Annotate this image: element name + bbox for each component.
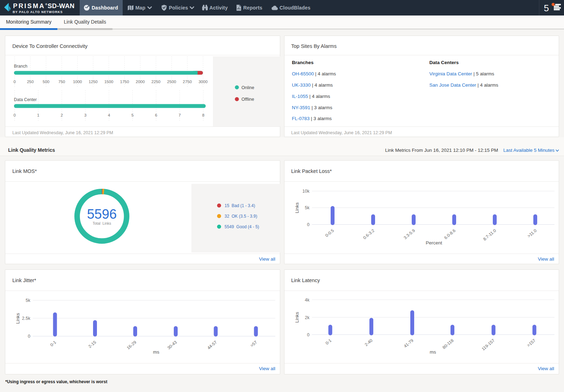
svg-text:8.7-11.0: 8.7-11.0 <box>482 228 497 242</box>
svg-text:6.0-8.6: 6.0-8.6 <box>443 228 456 240</box>
svg-text:2250: 2250 <box>152 80 161 84</box>
svg-text:30-43: 30-43 <box>166 340 178 350</box>
svg-text:0: 0 <box>13 113 16 117</box>
svg-text:0: 0 <box>28 334 30 339</box>
svg-text:750: 750 <box>59 80 65 84</box>
svg-text:Percent: Percent <box>426 240 442 245</box>
svg-text:8: 8 <box>202 113 204 117</box>
svg-text:2000: 2000 <box>136 80 145 84</box>
svg-text:>57: >57 <box>249 340 258 348</box>
svg-text:1750: 1750 <box>120 80 129 84</box>
svg-text:0-1: 0-1 <box>49 340 57 347</box>
svg-text:2: 2 <box>61 113 63 117</box>
svg-text:Links: Links <box>294 202 300 213</box>
svg-text:0-0.5: 0-0.5 <box>324 228 335 238</box>
svg-text:250: 250 <box>27 80 33 84</box>
svg-text:44-57: 44-57 <box>206 340 218 350</box>
svg-text:Offline: Offline <box>241 97 254 102</box>
svg-text:5: 5 <box>131 113 134 117</box>
svg-text:119-157: 119-157 <box>481 338 496 351</box>
svg-text:1500: 1500 <box>104 80 114 84</box>
svg-text:4k: 4k <box>305 298 310 303</box>
svg-text:Links: Links <box>294 312 300 323</box>
svg-text:3: 3 <box>84 113 86 117</box>
svg-text:0: 0 <box>307 332 309 337</box>
svg-text:0.6-3.2: 0.6-3.2 <box>362 228 375 240</box>
svg-text:>157: >157 <box>526 338 537 348</box>
svg-text:ms: ms <box>153 349 159 355</box>
svg-text:Data Center: Data Center <box>14 97 37 102</box>
svg-text:3000: 3000 <box>198 80 208 84</box>
svg-text:5549 Good (4 - 5): 5549 Good (4 - 5) <box>225 224 259 229</box>
svg-text:4: 4 <box>108 113 110 117</box>
svg-text:Links: Links <box>15 313 20 324</box>
svg-text:3.3-5.9: 3.3-5.9 <box>403 228 416 240</box>
svg-text:500: 500 <box>43 80 49 84</box>
svg-text:>11.0: >11.0 <box>526 228 538 238</box>
svg-text:0: 0 <box>307 222 309 227</box>
svg-text:2750: 2750 <box>183 80 192 84</box>
svg-text:1250: 1250 <box>88 80 98 84</box>
svg-text:41-79: 41-79 <box>403 338 415 349</box>
svg-text:Branch: Branch <box>14 64 27 69</box>
svg-text:Online: Online <box>241 85 254 90</box>
svg-text:1: 1 <box>37 113 39 117</box>
svg-text:2500: 2500 <box>167 80 176 84</box>
svg-text:2-40: 2-40 <box>364 338 374 347</box>
svg-text:0: 0 <box>13 80 16 84</box>
svg-text:1000: 1000 <box>73 80 82 84</box>
svg-text:ms: ms <box>430 349 436 355</box>
svg-text:0-1: 0-1 <box>325 338 333 346</box>
svg-text:32 OK (3.5 - 3.9): 32 OK (3.5 - 3.9) <box>225 214 257 219</box>
svg-text:15 Bad (1 - 3.4): 15 Bad (1 - 3.4) <box>225 203 255 208</box>
svg-text:5k: 5k <box>26 298 31 303</box>
svg-text:2.5k: 2.5k <box>22 316 30 321</box>
svg-text:80-118: 80-118 <box>441 338 454 350</box>
svg-text:5k: 5k <box>305 205 310 210</box>
svg-text:6: 6 <box>155 113 157 117</box>
svg-text:7: 7 <box>179 113 181 117</box>
svg-text:10k: 10k <box>302 189 310 194</box>
svg-text:16-29: 16-29 <box>126 340 137 350</box>
svg-text:2k: 2k <box>305 315 310 320</box>
svg-text:2-15: 2-15 <box>87 340 97 349</box>
